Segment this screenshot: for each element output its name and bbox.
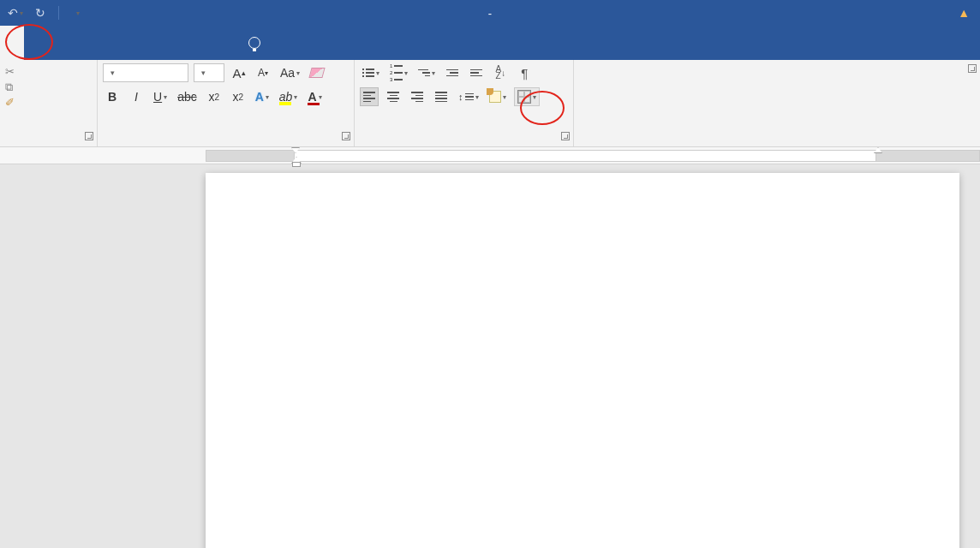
borders-button[interactable]: ▾ bbox=[514, 87, 540, 106]
align-right-icon bbox=[411, 92, 423, 102]
tab-layout[interactable] bbox=[72, 26, 96, 60]
qat-customize[interactable]: ▾ bbox=[68, 3, 87, 22]
tab-mailings[interactable] bbox=[120, 26, 144, 60]
linespacing-icon bbox=[465, 93, 474, 101]
group-label-clipboard bbox=[0, 131, 97, 146]
sort-icon: AZ bbox=[496, 66, 502, 80]
grow-font-button[interactable]: A▴ bbox=[230, 63, 248, 82]
clipboard-dialog-launcher[interactable] bbox=[85, 132, 93, 140]
highlight-button[interactable]: ab▾ bbox=[277, 87, 301, 106]
borders-icon bbox=[517, 90, 531, 104]
format-painter-button[interactable]: ✐ bbox=[5, 96, 22, 108]
show-marks-button[interactable]: ¶ bbox=[515, 63, 534, 82]
multilevel-list-button[interactable]: ▾ bbox=[415, 63, 438, 82]
change-case-button[interactable]: Aa▾ bbox=[278, 63, 302, 82]
tab-review[interactable] bbox=[144, 26, 168, 60]
eraser-icon bbox=[309, 68, 326, 78]
pilcrow-icon: ¶ bbox=[521, 66, 528, 80]
quick-access-toolbar: ↶▾ ↻ ▾ bbox=[0, 3, 87, 22]
font-dialog-launcher[interactable] bbox=[342, 132, 350, 140]
increase-indent-button[interactable] bbox=[467, 63, 486, 82]
document-page[interactable] bbox=[206, 173, 959, 548]
subscript-button[interactable]: x2 bbox=[205, 87, 224, 106]
font-size-combo[interactable]: ▾ bbox=[194, 63, 224, 82]
underline-button[interactable]: U▾ bbox=[151, 87, 170, 106]
tab-insert[interactable] bbox=[24, 26, 48, 60]
multilevel-icon bbox=[418, 69, 430, 77]
align-center-icon bbox=[387, 92, 399, 102]
tab-references[interactable] bbox=[96, 26, 120, 60]
indent-icon bbox=[470, 69, 482, 77]
align-left-icon bbox=[363, 92, 375, 102]
shading-icon bbox=[489, 91, 501, 103]
superscript-button[interactable]: x2 bbox=[229, 87, 248, 106]
ribbon-tabs bbox=[0, 26, 980, 60]
clear-formatting-button[interactable] bbox=[308, 63, 326, 82]
redo-button[interactable]: ↻ bbox=[31, 3, 50, 22]
bold-button[interactable]: B bbox=[103, 87, 122, 106]
font-name-combo[interactable]: ▾ bbox=[103, 63, 188, 82]
justify-button[interactable] bbox=[432, 87, 451, 106]
numbering-icon: 123 bbox=[390, 63, 403, 82]
horizontal-ruler[interactable] bbox=[0, 147, 980, 164]
tab-developer[interactable] bbox=[192, 26, 216, 60]
decrease-indent-button[interactable] bbox=[443, 63, 462, 82]
text-effects-button[interactable]: A▾ bbox=[253, 87, 272, 106]
tab-design[interactable] bbox=[48, 26, 72, 60]
font-color-button[interactable]: A▾ bbox=[305, 87, 324, 106]
align-left-button[interactable] bbox=[360, 87, 379, 106]
ribbon: ✂ ⧉ ✐ ▾ ▾ A▴ A▾ Aa▾ B I U▾ bbox=[0, 60, 980, 147]
window-title: - bbox=[485, 7, 495, 20]
titlebar-right: ▲ bbox=[958, 6, 975, 20]
hanging-indent-marker[interactable] bbox=[291, 157, 300, 165]
strikethrough-button[interactable]: abc bbox=[175, 87, 200, 106]
tab-view[interactable] bbox=[168, 26, 192, 60]
align-center-button[interactable] bbox=[384, 87, 403, 106]
paragraph-dialog-launcher[interactable] bbox=[561, 132, 570, 140]
italic-button[interactable]: I bbox=[127, 87, 146, 106]
copy-button[interactable]: ⧉ bbox=[5, 80, 22, 92]
tab-home[interactable] bbox=[0, 26, 24, 60]
justify-icon bbox=[435, 92, 447, 102]
lightbulb-icon bbox=[248, 37, 260, 49]
group-label-paragraph bbox=[355, 131, 573, 146]
cut-button[interactable]: ✂ bbox=[5, 65, 22, 77]
title-bar: ↶▾ ↻ ▾ - ▲ bbox=[0, 0, 980, 26]
bullets-icon bbox=[362, 68, 374, 77]
styles-dialog-launcher[interactable] bbox=[968, 64, 977, 73]
numbering-button[interactable]: 123▾ bbox=[387, 63, 410, 82]
warning-icon: ▲ bbox=[958, 6, 970, 20]
group-label-font bbox=[98, 131, 354, 146]
paintbrush-icon: ✐ bbox=[5, 96, 17, 108]
tab-help[interactable] bbox=[216, 26, 240, 60]
shrink-font-button[interactable]: A▾ bbox=[254, 63, 272, 82]
sort-button[interactable]: AZ↓ bbox=[491, 63, 510, 82]
group-font: ▾ ▾ A▴ A▾ Aa▾ B I U▾ abc x2 x2 A▾ ab▾ A▾ bbox=[98, 60, 355, 146]
document-area bbox=[0, 147, 980, 548]
bullets-button[interactable]: ▾ bbox=[360, 63, 382, 82]
outdent-icon bbox=[446, 69, 458, 77]
scissors-icon: ✂ bbox=[5, 65, 17, 77]
group-clipboard: ✂ ⧉ ✐ bbox=[0, 60, 98, 146]
group-paragraph: ▾ 123▾ ▾ AZ↓ ¶ ↕▾ ▾ ▾ bbox=[355, 60, 574, 146]
align-right-button[interactable] bbox=[408, 87, 427, 106]
line-spacing-button[interactable]: ↕▾ bbox=[456, 87, 481, 106]
tell-me[interactable] bbox=[248, 26, 267, 60]
copy-icon: ⧉ bbox=[5, 80, 17, 92]
group-label-styles bbox=[574, 63, 980, 79]
undo-button[interactable]: ↶▾ bbox=[5, 3, 26, 22]
shading-button[interactable]: ▾ bbox=[487, 87, 509, 106]
group-styles bbox=[574, 60, 980, 146]
